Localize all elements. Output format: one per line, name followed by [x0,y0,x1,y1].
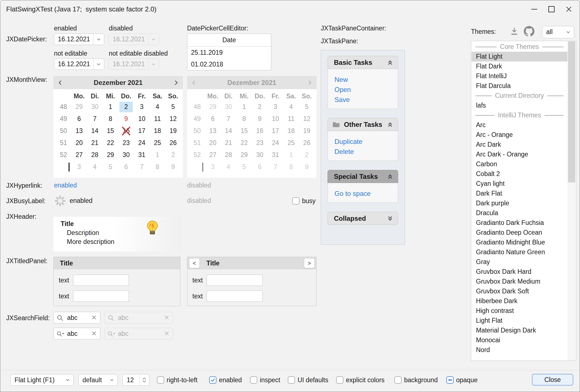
theme-item[interactable]: lafs [471,101,567,110]
theme-item[interactable]: Hiberbee Dark [471,296,567,306]
theme-item[interactable]: Carbon [471,159,567,169]
toolbar-checkbox[interactable]: background [394,374,438,386]
calendar-day[interactable]: 1 [150,149,165,161]
checkbox-unchecked[interactable] [250,376,257,384]
next-button[interactable]: > [304,258,315,268]
scrollbar-thumb[interactable] [568,41,575,182]
task-link[interactable]: Go to space [334,189,398,199]
task-link[interactable]: Duplicate [334,137,398,147]
search-input[interactable]: abc [67,328,77,339]
calendar-day[interactable]: 26 [165,137,181,149]
theme-item[interactable]: Gradianto Deep Ocean [471,228,567,237]
checkbox-unchecked[interactable] [288,376,295,384]
download-themes-button[interactable] [510,27,519,35]
calendar-day[interactable]: 4 [87,161,103,173]
theme-item[interactable]: Cyan light [471,179,567,189]
calendar-day[interactable]: 7 [87,113,103,125]
theme-item[interactable]: Arc Dark - Orange [471,149,567,159]
chevron-down-icon[interactable] [93,34,104,45]
date-table[interactable]: Date 25.11.201901.02.2018 [187,34,271,70]
taskpane-header[interactable]: Basic Tasks [327,56,398,69]
toolbar-checkbox[interactable]: right-to-left [157,374,197,386]
task-link[interactable]: Delete [334,147,398,157]
calendar-day[interactable]: 31 [134,149,150,161]
theme-item[interactable]: Light Flat [471,316,567,326]
calendar-day[interactable]: 2 [118,101,134,113]
theme-item[interactable]: Material Design Dark [471,326,567,335]
calendar-day[interactable]: 27 [71,149,87,161]
calendar-day[interactable]: 28 [87,149,103,161]
taskpane-header[interactable]: Special Tasks [327,170,398,183]
font-size-spinner[interactable]: 12 [122,374,149,386]
calendar-day[interactable]: 9 [118,113,134,125]
theme-item[interactable]: Gray [471,257,567,267]
theme-item[interactable]: Flat Dark [471,61,567,71]
text-field[interactable] [207,275,263,286]
calendar-day[interactable]: 2 [165,149,181,161]
theme-item[interactable]: Dark purple [471,198,567,208]
theme-item[interactable]: Arc Dark [471,140,567,149]
search-field-dropdown-enabled[interactable]: abc ✕ [53,328,100,339]
calendar-day[interactable]: 1 [103,101,118,113]
calendar-day[interactable]: 25 [150,137,165,149]
text-field[interactable] [207,291,263,302]
calendar-day[interactable]: 8 [150,161,165,173]
chevron-double-up-icon[interactable] [387,173,398,180]
github-button[interactable] [524,26,534,37]
laf-combo[interactable]: Flat Light (F1) [10,374,74,386]
taskpane-header[interactable]: Collapsed [327,212,398,225]
clear-icon[interactable]: ✕ [91,312,97,323]
toolbar-checkbox[interactable]: inspect [250,374,280,386]
theme-item[interactable]: Arc [471,120,567,130]
datepicker-not-editable[interactable]: 16.12.2021 [54,58,104,70]
theme-item[interactable]: Flat Darcula [471,81,567,91]
checkbox-checked[interactable] [209,376,216,384]
font-combo[interactable]: default [78,374,118,386]
theme-item[interactable]: Arc - Orange [471,130,567,140]
close-window-button[interactable] [560,0,577,18]
scrollbar-track[interactable] [567,41,576,360]
chevron-down-icon[interactable] [93,59,104,70]
taskpane-header[interactable]: Other Tasks [327,118,398,131]
prev-month-button[interactable] [53,80,67,86]
themes-filter-combo[interactable]: all [542,26,574,38]
search-dropdown-icon[interactable] [56,330,65,339]
spinner-buttons[interactable] [139,374,149,386]
prev-button[interactable]: < [189,258,200,268]
toolbar-checkbox[interactable]: opaque [446,374,478,386]
theme-item[interactable]: Gradianto Midnight Blue [471,237,567,247]
calendar-day[interactable]: 6 [118,161,134,173]
calendar-day[interactable]: 14 [87,125,103,137]
chevron-double-up-icon[interactable] [387,121,398,128]
theme-item[interactable]: Dracula [471,208,567,218]
theme-item[interactable]: Gruvbox Dark Soft [471,286,567,296]
task-link[interactable]: New [334,75,398,85]
calendar-day[interactable]: 11 [150,113,165,125]
toolbar-checkbox[interactable]: enabled [209,374,242,386]
theme-item[interactable]: Gradianto Dark Fuchsia [471,218,567,228]
checkbox-unchecked[interactable] [336,376,343,384]
minimize-button[interactable] [525,0,543,18]
themes-list[interactable]: Core ThemesFlat LightFlat DarkFlat Intel… [471,41,576,361]
busy-checkbox[interactable]: busy [292,196,316,206]
table-row[interactable]: 01.02.2018 [187,58,271,70]
search-field-enabled[interactable]: abc ✕ [53,312,100,324]
text-field[interactable] [73,275,129,286]
calendar-day[interactable]: 8 [103,113,118,125]
theme-item[interactable]: Nord [471,345,567,355]
theme-item[interactable]: High contrast [471,306,567,316]
toolbar-checkbox[interactable]: UI defaults [288,374,328,386]
table-row[interactable]: 25.11.2019 [187,47,271,58]
checkbox-indeterminate[interactable] [446,376,454,384]
theme-item[interactable]: Monocai [471,335,567,345]
calendar-day[interactable]: 18 [150,125,165,137]
spinner-value[interactable]: 12 [127,374,134,386]
calendar-day[interactable]: 3 [71,161,87,173]
calendar-day[interactable]: 12 [165,113,181,125]
calendar-day[interactable]: 24 [134,137,150,149]
calendar-day[interactable]: 3 [134,101,150,113]
calendar-day[interactable]: 17 [134,125,150,137]
calendar-day[interactable]: 16 [118,125,134,137]
calendar-day[interactable]: 4 [150,101,165,113]
calendar-day[interactable]: 10 [134,113,150,125]
